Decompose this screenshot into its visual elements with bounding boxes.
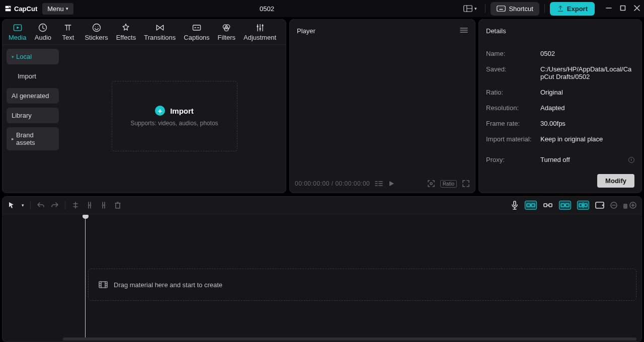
player-menu-icon[interactable]	[460, 27, 468, 35]
modify-button[interactable]: Modify	[597, 174, 634, 188]
svg-rect-23	[544, 204, 547, 207]
chevron-down-icon: ▾	[66, 6, 68, 11]
tab-effects[interactable]: Effects	[112, 21, 140, 43]
detail-label: Frame rate:	[486, 120, 540, 127]
sidebar-item-local[interactable]: ▾ Local	[7, 49, 59, 64]
separator	[544, 4, 545, 13]
app-name: CapCut	[14, 5, 37, 13]
tab-media[interactable]: Media	[5, 21, 30, 43]
shortcut-button[interactable]: Shortcut	[491, 2, 539, 16]
player-controls: 00:00:00:00 / 00:00:00:00 Ratio	[290, 175, 475, 193]
info-icon[interactable]: i	[628, 157, 634, 163]
trim-left-button[interactable]	[86, 201, 94, 209]
sidebar-item-ai-generated[interactable]: AI generated	[7, 88, 59, 104]
record-audio-button[interactable]	[511, 201, 519, 210]
timeline-scrollbar[interactable]	[63, 337, 636, 340]
timeline-toolbar-right	[511, 201, 636, 210]
svg-rect-11	[193, 25, 200, 30]
tab-stickers[interactable]: Stickers	[80, 21, 112, 43]
media-sidebar: ▾ Local Import AI generated Library ▸ Br…	[3, 45, 63, 193]
zoom-in-button[interactable]	[629, 202, 636, 209]
window-controls	[606, 5, 640, 13]
tab-label: Effects	[116, 34, 136, 41]
player-canvas[interactable]	[290, 42, 475, 193]
snap-main-track[interactable]	[525, 201, 537, 210]
menu-button[interactable]: Menu ▾	[42, 3, 73, 15]
ratio-button[interactable]: Ratio	[440, 180, 457, 188]
export-label: Export	[567, 5, 588, 13]
pointer-dropdown[interactable]: ▾	[22, 203, 24, 208]
separator	[485, 4, 486, 13]
minimize-button[interactable]	[606, 5, 612, 13]
detail-value: 0502	[540, 50, 634, 57]
fullscreen-icon[interactable]	[462, 180, 470, 188]
trim-right-button[interactable]	[100, 201, 108, 209]
details-body: Name: 0502 Saved: C:/Users/HP/AppData/Lo…	[479, 42, 641, 170]
svg-rect-20	[514, 201, 516, 206]
svg-rect-6	[500, 9, 504, 10]
detail-label: Resolution:	[486, 104, 540, 112]
play-button[interactable]	[388, 180, 395, 187]
detail-label: Import material:	[486, 135, 540, 143]
timeline-toolbar-left: ▾	[8, 201, 122, 210]
tab-captions[interactable]: Captions	[180, 21, 213, 43]
svg-rect-32	[99, 282, 107, 288]
caret-down-icon: ▾	[12, 54, 14, 59]
svg-point-16	[259, 28, 261, 30]
svg-rect-24	[549, 204, 552, 207]
tab-audio[interactable]: Audio	[30, 21, 55, 43]
media-panel: Media Audio Text Stickers Effects Transi…	[2, 19, 286, 193]
caret-right-icon: ▸	[12, 136, 14, 141]
plus-icon: +	[155, 106, 165, 116]
detail-label: Ratio:	[486, 89, 540, 96]
import-dropzone[interactable]: + Import Supports: videos, audios, photo…	[112, 81, 237, 151]
undo-button[interactable]	[37, 201, 45, 209]
details-header: Details	[479, 20, 641, 42]
details-footer: Modify	[479, 170, 641, 193]
tab-text[interactable]: Text	[55, 21, 80, 43]
zoom-out-button[interactable]	[610, 202, 617, 209]
sidebar-label: Library	[12, 112, 32, 119]
details-panel: Details Name: 0502 Saved: C:/Users/HP/Ap…	[478, 19, 642, 193]
playhead[interactable]	[85, 215, 86, 337]
preview-render-button[interactable]	[595, 202, 604, 209]
sidebar-item-brand-assets[interactable]: ▸ Brand assets	[7, 127, 59, 150]
detail-value: 30.00fps	[540, 120, 634, 127]
title-bar: CapCut Menu ▾ 0502 ▾ Shortcut Export	[0, 0, 644, 17]
import-title: Import	[170, 107, 194, 115]
titlebar-right: ▾ Shortcut Export	[460, 2, 640, 16]
sidebar-item-import[interactable]: Import	[7, 68, 59, 84]
detail-row-proxy: Proxy: Turned off i	[486, 147, 634, 167]
player-list-icon[interactable]	[375, 181, 383, 187]
delete-button[interactable]	[114, 201, 122, 209]
close-button[interactable]	[634, 5, 640, 13]
detail-label: Proxy:	[486, 156, 540, 163]
timeline-dropzone[interactable]: Drag material here and start to create	[88, 269, 636, 301]
split-button[interactable]	[71, 201, 79, 209]
tab-transitions[interactable]: Transitions	[140, 21, 180, 43]
menu-label: Menu	[47, 5, 64, 13]
separator	[65, 201, 65, 210]
tab-label: Media	[9, 34, 26, 41]
scrollbar-thumb[interactable]	[63, 337, 636, 340]
detail-row-saved: Saved: C:/Users/HP/AppData/Local/CapCut …	[486, 61, 634, 84]
layout-button[interactable]: ▾	[460, 3, 480, 14]
focus-icon[interactable]	[427, 180, 435, 188]
tab-filters[interactable]: Filters	[214, 21, 239, 43]
svg-rect-21	[527, 204, 530, 207]
sidebar-item-library[interactable]: Library	[7, 108, 59, 123]
timeline-hint: Drag material here and start to create	[114, 281, 222, 289]
timeline[interactable]: Drag material here and start to create	[2, 214, 642, 342]
pointer-tool[interactable]	[8, 201, 16, 209]
redo-button[interactable]	[51, 201, 59, 209]
detail-label: Name:	[486, 50, 540, 57]
snap-linked-button[interactable]	[559, 201, 571, 210]
sidebar-label: AI generated	[12, 92, 49, 100]
import-title-row: + Import	[155, 106, 194, 116]
tab-adjustment[interactable]: Adjustment	[239, 21, 280, 43]
shortcut-label: Shortcut	[509, 5, 533, 13]
snap-align-button[interactable]	[577, 201, 589, 210]
maximize-button[interactable]	[620, 5, 626, 13]
snap-gap-button[interactable]	[543, 202, 553, 209]
export-button[interactable]: Export	[550, 2, 595, 16]
